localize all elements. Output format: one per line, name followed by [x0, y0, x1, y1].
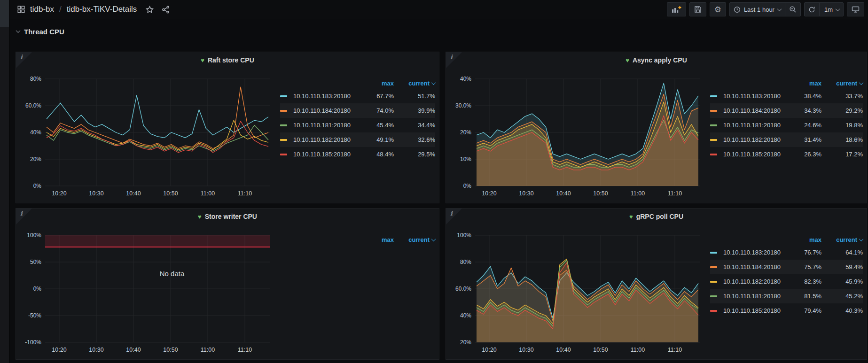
cycle-view-mode-button[interactable] — [847, 2, 864, 16]
sidebar-top-segment — [0, 0, 9, 27]
legend-series-name[interactable]: 10.10.110.182:20180 — [723, 278, 793, 285]
legend-series-name[interactable]: 10.10.110.184:20180 — [723, 107, 793, 114]
save-dashboard-button[interactable] — [689, 2, 706, 16]
y-axis-label: 10% — [460, 156, 471, 162]
legend-sort-max[interactable]: max — [366, 236, 394, 243]
legend-swatch — [710, 295, 723, 297]
save-icon — [694, 6, 702, 13]
series-color-bar — [710, 154, 717, 155]
y-axis-label: 100% — [27, 232, 41, 239]
legend-sort-current[interactable]: current — [394, 236, 435, 243]
refresh-button[interactable] — [805, 3, 819, 16]
chart-store-writer-cpu[interactable]: 100%50%0%-50%-100%10:2010:3010:4010:5011… — [16, 209, 279, 360]
y-axis-label: 60.0% — [25, 102, 41, 109]
legend-series-name[interactable]: 10.10.110.183:20180 — [723, 93, 793, 100]
series-color-bar — [710, 110, 717, 112]
legend-max-value: 74.0% — [366, 107, 394, 114]
legend-series-name[interactable]: 10.10.110.182:20180 — [293, 136, 366, 143]
row-thread-cpu[interactable]: Thread CPU — [16, 28, 64, 36]
time-picker-group: Last 1 hour — [729, 2, 801, 16]
legend-current-value: 29.5% — [394, 151, 435, 158]
star-icon[interactable] — [146, 6, 154, 14]
y-axis-label: 20% — [460, 129, 471, 136]
clock-icon — [734, 6, 741, 13]
dashboard-title[interactable]: tidb-bx-TiKV-Details — [67, 5, 137, 14]
legend-swatch — [710, 139, 723, 141]
navbar: tidb-bx / tidb-bx-TiKV-Details ⚙ — [9, 0, 868, 19]
legend-series-name[interactable]: 10.10.110.184:20180 — [723, 263, 793, 270]
legend-series-name[interactable]: 10.10.110.185:20180 — [293, 151, 366, 158]
legend-sort-current[interactable]: current — [821, 236, 863, 243]
x-axis-label: 11:00 — [201, 190, 215, 197]
legend-series-name[interactable]: 10.10.110.181:20180 — [723, 122, 793, 129]
chart-grpc-poll-cpu[interactable]: 100%80%60.0%40%20%10:2010:3010:4010:5011… — [446, 209, 709, 360]
y-axis-label: 0% — [33, 183, 42, 189]
legend-current-value: 39.9% — [394, 107, 435, 114]
legend-max-value: 81.5% — [793, 293, 821, 300]
legend-series-name[interactable]: 10.10.110.181:20180 — [293, 122, 366, 129]
legend-current-value: 18.6% — [821, 136, 863, 143]
x-axis-label: 10:50 — [593, 190, 608, 197]
dashboard-settings-button[interactable]: ⚙ — [710, 2, 726, 16]
legend-swatch — [710, 281, 723, 283]
breadcrumb-folder[interactable]: tidb-bx — [30, 5, 54, 14]
legend-series-name[interactable]: 10.10.110.184:20180 — [293, 107, 366, 114]
x-axis-label: 10:50 — [163, 347, 178, 353]
legend-swatch — [710, 154, 723, 155]
legend-sort-max[interactable]: max — [366, 80, 394, 87]
legend-swatch — [710, 252, 723, 254]
share-icon[interactable] — [162, 6, 170, 14]
chart-async-apply-cpu[interactable]: 40%30.0%20%10%0%10:2010:3010:4010:5011:0… — [446, 52, 709, 204]
series-color-bar — [280, 95, 287, 97]
legend-row: 10.10.110.182:2018031.4%18.6% — [710, 132, 863, 147]
legend-series-name[interactable]: 10.10.110.185:20180 — [723, 307, 793, 314]
add-panel-button[interactable] — [667, 2, 686, 16]
legend-series-name[interactable]: 10.10.110.183:20180 — [723, 249, 793, 256]
legend-sort-current[interactable]: current — [821, 80, 863, 87]
series-color-bar — [710, 295, 717, 297]
legend-current-value: 34.4% — [394, 122, 435, 129]
legend-max-value: 38.4% — [793, 93, 821, 100]
legend-series-name[interactable]: 10.10.110.183:20180 — [293, 93, 366, 100]
legend-series-name[interactable]: 10.10.110.181:20180 — [723, 293, 793, 300]
x-axis-label: 10:30 — [519, 190, 533, 197]
legend-current-value: 17.2% — [821, 151, 863, 158]
apps-grid-icon[interactable] — [17, 6, 25, 13]
series-color-bar — [710, 139, 717, 141]
y-axis-label: 80% — [460, 259, 471, 265]
no-data-message: No data — [144, 270, 200, 278]
legend-swatch — [280, 139, 293, 141]
legend-sort-current[interactable]: current — [394, 80, 435, 87]
chart-raft-store-cpu[interactable]: 80%60.0%40%20%0%10:2010:3010:4010:5011:0… — [16, 52, 279, 204]
zoom-out-icon — [789, 6, 797, 13]
legend-series-name[interactable]: 10.10.110.185:20180 — [723, 151, 793, 158]
time-range-button[interactable]: Last 1 hour — [730, 3, 785, 16]
x-axis-label: 11:00 — [631, 347, 645, 353]
x-axis-label: 11:00 — [631, 190, 645, 197]
x-axis-label: 11:10 — [238, 347, 252, 353]
legend-series-name[interactable]: 10.10.110.182:20180 — [723, 136, 793, 143]
breadcrumb-separator: / — [59, 5, 62, 14]
legend-store-writer-cpu: maxcurrent — [280, 234, 435, 245]
legend-sort-max[interactable]: max — [793, 236, 821, 243]
x-axis-label: 10:50 — [163, 190, 178, 197]
refresh-icon — [808, 6, 815, 13]
series-color-bar — [710, 266, 717, 268]
series-color-bar — [710, 281, 717, 283]
x-axis-label: 11:10 — [238, 190, 252, 197]
y-axis-label: -50% — [28, 312, 41, 319]
refresh-interval-button[interactable]: 1m — [820, 3, 843, 16]
y-axis-label: 50% — [30, 259, 41, 265]
legend-swatch — [280, 154, 293, 155]
legend-current-value: 40.3% — [821, 307, 863, 314]
collapse-chevron-icon — [16, 28, 21, 33]
legend-max-value: 34.3% — [793, 107, 821, 114]
sidebar-strip[interactable] — [0, 0, 9, 363]
legend-sort-max[interactable]: max — [793, 80, 821, 87]
legend-row: 10.10.110.182:2018049.1%32.6% — [280, 132, 435, 147]
legend-max-value: 24.6% — [793, 122, 821, 129]
legend-row: 10.10.110.185:2018048.4%29.5% — [280, 147, 435, 162]
y-axis-label: 30.0% — [455, 102, 471, 109]
x-axis-label: 10:40 — [556, 190, 571, 197]
zoom-out-button[interactable] — [785, 3, 800, 16]
